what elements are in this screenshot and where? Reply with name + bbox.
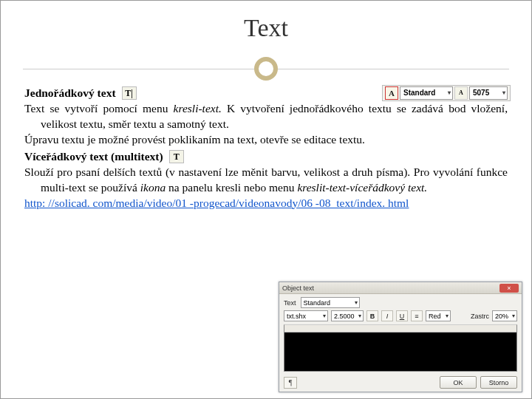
heading-1: Jednořádkový text <box>24 86 116 101</box>
multitext-dialog: Object text × Text Standard txt.shx 2.50… <box>279 282 522 392</box>
dialog-title: Object text <box>282 284 314 292</box>
video-link[interactable]: http: //solicad. com/media/video/01 -pro… <box>24 196 508 211</box>
title-divider <box>1 55 531 82</box>
text-style-extra-icon[interactable]: A <box>454 86 468 100</box>
text-style-toolbar: A Standard A 5075 <box>382 85 511 101</box>
slide-title: Text <box>1 14 531 42</box>
italic-ikona: ikona <box>140 181 166 194</box>
bold-button[interactable]: B <box>366 310 378 321</box>
menu-path-1: kresli-text. <box>174 102 222 115</box>
text-size-combo[interactable]: 5075 <box>469 86 508 100</box>
extra-label: Zastrc <box>471 313 489 320</box>
ruler <box>284 325 516 332</box>
divider-circle-icon <box>254 57 278 81</box>
underline-button[interactable]: U <box>396 310 408 321</box>
text-editor-area[interactable] <box>284 324 517 372</box>
italic-button[interactable]: I <box>381 310 393 321</box>
text-style-a-button[interactable]: A <box>385 86 398 100</box>
extra-select[interactable]: 20% <box>492 310 517 321</box>
paragraph-2: Úpravu textu je možné provést poklikaním… <box>24 132 508 148</box>
color-select[interactable]: Red <box>426 310 451 321</box>
slide: Text Jednořádkový text T| A Standard A 5… <box>0 0 532 399</box>
dialog-row-format: txt.shx 2.5000 B I U ≡ Red Zastrc 20% <box>279 310 522 324</box>
close-icon[interactable]: × <box>499 284 519 293</box>
properties-button[interactable]: ¶ <box>284 377 297 389</box>
font-select[interactable]: txt.shx <box>284 310 328 321</box>
content-area: Jednořádkový text T| A Standard A 5075 T… <box>1 82 531 211</box>
ok-button[interactable]: OK <box>440 376 477 389</box>
dialog-footer: ¶ OK Storno <box>279 375 522 392</box>
heading-2: Víceřádkový text (multitext) <box>24 149 163 165</box>
dialog-buttons: OK Storno <box>440 376 517 389</box>
single-line-text-icon: T| <box>122 86 137 100</box>
multiline-text-icon: T <box>169 150 184 163</box>
label-text: Text <box>284 299 296 307</box>
heading-multiline-text: Víceřádkový text (multitext) T <box>24 149 508 165</box>
heading-single-line-text: Jednořádkový text T| A Standard A 5075 <box>24 85 508 101</box>
dialog-titlebar: Object text × <box>279 282 522 294</box>
menu-path-2: kreslit-text-víceřádkový text. <box>297 181 427 194</box>
paragraph-3: Slouží pro psaní delších textů (v nastav… <box>24 165 508 196</box>
align-icon[interactable]: ≡ <box>411 310 423 321</box>
style-select[interactable]: Standard <box>301 297 360 308</box>
dialog-row-style: Text Standard <box>279 294 522 310</box>
height-select[interactable]: 2.5000 <box>331 310 364 321</box>
text-style-combo[interactable]: Standard <box>400 86 453 100</box>
title-area: Text <box>1 1 531 82</box>
paragraph-1: Text se vytvoří pomocí menu kresli-text.… <box>24 101 508 132</box>
cancel-button[interactable]: Storno <box>480 376 517 389</box>
